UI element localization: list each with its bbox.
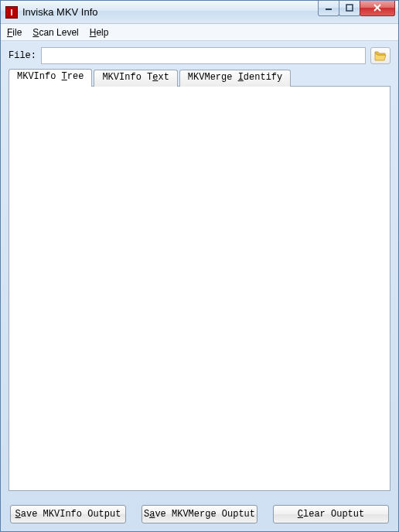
save-mkvmerge-output-button[interactable]: Save MKVMerge Ouptut xyxy=(142,505,257,523)
clear-output-button[interactable]: Clear Ouptut xyxy=(273,505,389,523)
tab-mkvmerge-identify[interactable]: MKVMerge Identify xyxy=(179,70,291,87)
window-controls xyxy=(319,1,398,16)
maximize-button[interactable] xyxy=(339,1,360,16)
save-mkvinfo-output-button[interactable]: Save MKVInfo Output xyxy=(10,505,126,523)
window-title: Inviska MKV Info xyxy=(22,6,319,18)
tab-mkvinfo-text[interactable]: MKVInfo Text xyxy=(94,70,177,87)
tab-content xyxy=(9,86,390,491)
browse-button[interactable] xyxy=(370,47,390,64)
titlebar: I Inviska MKV Info xyxy=(1,1,398,24)
maximize-icon xyxy=(346,4,353,12)
svg-rect-1 xyxy=(346,5,353,11)
client-area: File: MKVInfo Tree MKVInfo Text MKVMerge… xyxy=(1,41,398,499)
file-label: File: xyxy=(9,50,36,61)
menu-file[interactable]: File xyxy=(7,27,22,38)
menu-scan-level[interactable]: Scan Level xyxy=(32,27,78,38)
app-window: I Inviska MKV Info File Scan Level xyxy=(0,0,399,532)
close-button[interactable] xyxy=(360,1,395,16)
file-input[interactable] xyxy=(41,47,366,64)
menubar: File Scan Level Help xyxy=(1,24,398,41)
tabs-header: MKVInfo Tree MKVInfo Text MKVMerge Ident… xyxy=(9,69,390,86)
minimize-button[interactable] xyxy=(318,1,339,16)
menu-help[interactable]: Help xyxy=(90,27,109,38)
app-icon: I xyxy=(5,6,18,19)
minimize-icon xyxy=(325,4,332,12)
file-row: File: xyxy=(9,47,390,64)
tabs: MKVInfo Tree MKVInfo Text MKVMerge Ident… xyxy=(9,69,390,491)
close-icon xyxy=(373,4,382,12)
tab-mkvinfo-tree[interactable]: MKVInfo Tree xyxy=(9,69,92,87)
bottom-button-row: Save MKVInfo Output Save MKVMerge Ouptut… xyxy=(1,499,398,531)
app-icon-letter: I xyxy=(10,8,12,17)
folder-open-icon xyxy=(374,51,387,61)
